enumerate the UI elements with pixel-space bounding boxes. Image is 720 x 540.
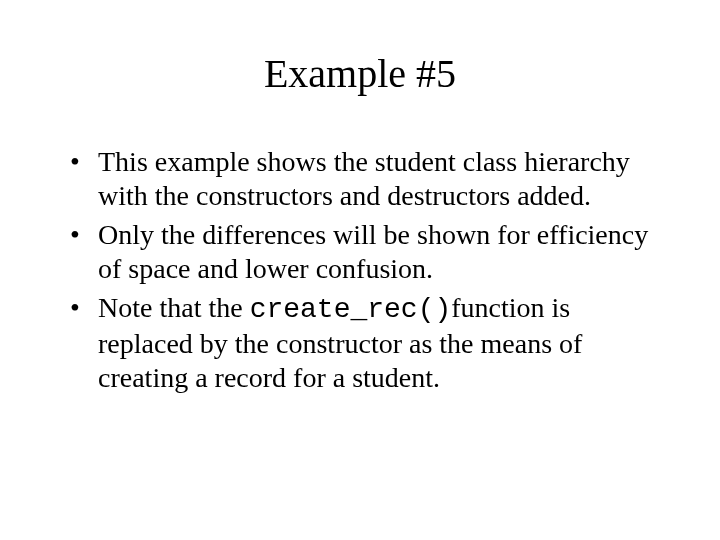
bullet-text-pre: Note that the: [98, 292, 250, 323]
list-item: Note that the create_rec()function is re…: [70, 291, 660, 394]
list-item: Only the differences will be shown for e…: [70, 218, 660, 285]
slide-title: Example #5: [60, 50, 660, 97]
bullet-list: This example shows the student class hie…: [60, 145, 660, 394]
slide: Example #5 This example shows the studen…: [0, 0, 720, 540]
list-item: This example shows the student class hie…: [70, 145, 660, 212]
code-span: create_rec(): [250, 294, 452, 325]
